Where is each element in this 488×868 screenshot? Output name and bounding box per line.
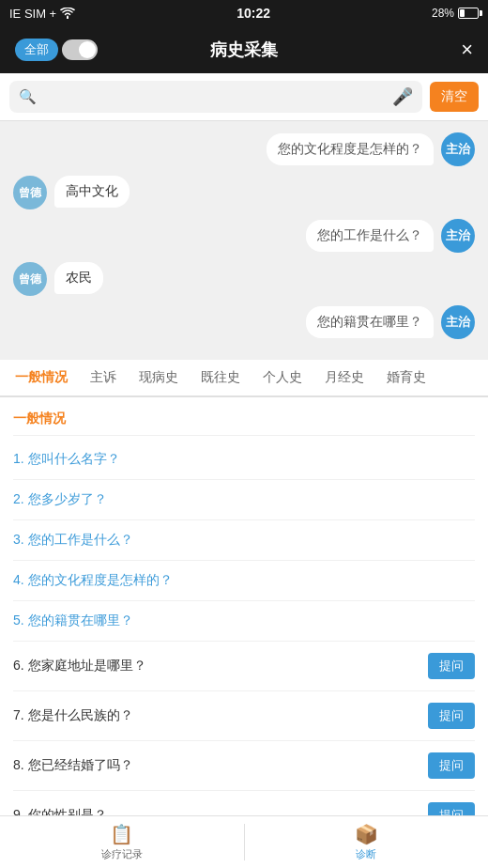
- tab-2[interactable]: 现病史: [128, 360, 190, 397]
- chat-row: 曾德 高中文化: [13, 176, 475, 209]
- chat-row: 您的文化程度是怎样的？ 主治: [13, 132, 475, 166]
- tabs-container: 一般情况主诉现病史既往史个人史月经史婚育史: [0, 360, 488, 397]
- question-item: 8. 您已经结婚了吗？提问: [13, 741, 475, 791]
- ask-button[interactable]: 提问: [428, 653, 475, 679]
- tab-6[interactable]: 婚育史: [375, 360, 437, 397]
- question-item: 6. 您家庭地址是哪里？提问: [13, 642, 475, 691]
- toggle-knob: [79, 41, 96, 58]
- chat-answer: 高中文化: [54, 176, 130, 208]
- carrier-text: IE SIM +: [9, 7, 56, 21]
- search-bar: 🔍 🎤 清空: [0, 73, 488, 121]
- question-item: 4. 您的文化程度是怎样的？: [13, 561, 475, 601]
- close-button[interactable]: ×: [461, 38, 473, 62]
- chat-question: 您的籍贯在哪里？ 主治: [306, 305, 475, 339]
- chat-question-text: 您的工作是什么？: [306, 220, 434, 252]
- question-text: 2. 您多少岁了？: [13, 491, 475, 508]
- section-header: 一般情况: [13, 407, 475, 436]
- bottom-tab-diagnosis[interactable]: 📦 诊断: [245, 816, 489, 868]
- nav-left: 全部: [15, 39, 98, 61]
- question-item: 7. 您是什么民族的？提问: [13, 691, 475, 741]
- mic-icon[interactable]: 🎤: [392, 86, 413, 107]
- search-icon: 🔍: [19, 88, 37, 105]
- question-item: 3. 您的工作是什么？: [13, 520, 475, 561]
- chat-badge: 主治: [441, 305, 475, 339]
- chat-question: 您的文化程度是怎样的？ 主治: [267, 132, 475, 166]
- status-time: 10:22: [236, 6, 270, 21]
- wifi-icon: [60, 8, 75, 19]
- ask-button[interactable]: 提问: [428, 703, 475, 729]
- search-input[interactable]: [42, 89, 387, 105]
- chat-answer: 农民: [54, 262, 103, 294]
- search-input-wrap: 🔍 🎤: [9, 81, 422, 113]
- toggle-switch[interactable]: [62, 39, 98, 60]
- chat-row: 您的工作是什么？ 主治: [13, 219, 475, 253]
- chat-row: 曾德 农民: [13, 262, 475, 296]
- chat-question-text: 您的文化程度是怎样的？: [267, 133, 434, 165]
- question-text: 3. 您的工作是什么？: [13, 532, 475, 549]
- chat-question-text: 您的籍贯在哪里？: [306, 306, 434, 338]
- question-item: 2. 您多少岁了？: [13, 480, 475, 520]
- all-tag[interactable]: 全部: [15, 39, 58, 61]
- avatar: 曾德: [13, 262, 47, 296]
- records-icon: 📋: [110, 823, 133, 845]
- question-item: 1. 您叫什么名字？: [13, 440, 475, 480]
- status-right: 28%: [432, 7, 479, 20]
- question-text: 5. 您的籍贯在哪里？: [13, 612, 475, 629]
- question-text[interactable]: 6. 您家庭地址是哪里？: [13, 658, 428, 674]
- tab-1[interactable]: 主诉: [79, 360, 128, 397]
- questions-list: 1. 您叫什么名字？2. 您多少岁了？3. 您的工作是什么？4. 您的文化程度是…: [13, 440, 475, 840]
- diagnosis-label: 诊断: [356, 847, 376, 861]
- clear-button[interactable]: 清空: [430, 82, 479, 112]
- questions-section: 一般情况 1. 您叫什么名字？2. 您多少岁了？3. 您的工作是什么？4. 您的…: [0, 397, 488, 849]
- bottom-tab-records[interactable]: 📋 诊疗记录: [0, 816, 244, 868]
- chat-area: 您的文化程度是怎样的？ 主治 曾德 高中文化 您的工作是什么？ 主治 曾德 农民…: [0, 121, 488, 360]
- avatar: 曾德: [13, 176, 47, 209]
- bottom-tab-bar: 📋 诊疗记录 📦 诊断: [0, 815, 488, 868]
- chat-row: 您的籍贯在哪里？ 主治: [13, 305, 475, 339]
- question-text: 1. 您叫什么名字？: [13, 451, 475, 468]
- question-text[interactable]: 8. 您已经结婚了吗？: [13, 757, 428, 774]
- status-left: IE SIM +: [9, 7, 75, 21]
- diagnosis-icon: 📦: [355, 823, 378, 845]
- chat-badge: 主治: [441, 132, 475, 166]
- records-label: 诊疗记录: [101, 847, 143, 861]
- question-item: 5. 您的籍贯在哪里？: [13, 601, 475, 642]
- status-bar: IE SIM + 10:22 28%: [0, 0, 488, 26]
- nav-bar: 全部 病史采集 ×: [0, 26, 488, 73]
- tab-5[interactable]: 月经史: [313, 360, 375, 397]
- tab-0[interactable]: 一般情况: [4, 360, 79, 397]
- tab-3[interactable]: 既往史: [190, 360, 252, 397]
- tab-4[interactable]: 个人史: [252, 360, 313, 397]
- chat-badge: 主治: [441, 219, 475, 253]
- nav-title: 病史采集: [210, 39, 278, 61]
- chat-question: 您的工作是什么？ 主治: [306, 219, 475, 253]
- question-text: 4. 您的文化程度是怎样的？: [13, 572, 475, 589]
- ask-button[interactable]: 提问: [428, 752, 475, 779]
- question-text[interactable]: 7. 您是什么民族的？: [13, 707, 428, 724]
- tabs: 一般情况主诉现病史既往史个人史月经史婚育史: [0, 360, 441, 395]
- battery-percent: 28%: [432, 7, 454, 20]
- battery-icon: [458, 8, 479, 19]
